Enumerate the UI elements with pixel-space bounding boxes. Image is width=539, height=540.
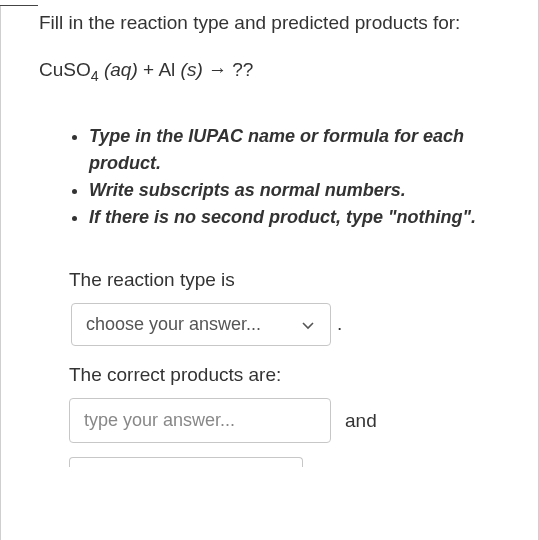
chemical-equation: CuSO4 (aq) + Al (s) → ??	[39, 59, 510, 84]
instruction-list: Type in the IUPAC name or formula for ea…	[89, 123, 500, 231]
compound-2: Al	[158, 59, 180, 80]
reaction-type-label: The reaction type is	[69, 269, 510, 291]
tab-indicator	[0, 0, 38, 6]
product-1-input[interactable]	[69, 398, 331, 443]
state-1: (aq)	[104, 59, 138, 80]
unknown-products: ??	[232, 59, 253, 80]
plus-sign: +	[138, 59, 159, 80]
answer-section: The reaction type is choose your answer.…	[69, 269, 510, 467]
reaction-type-select[interactable]: choose your answer...	[71, 303, 331, 346]
chevron-down-icon	[300, 317, 316, 333]
product-2-input[interactable]	[69, 457, 303, 467]
and-text: and	[345, 410, 377, 432]
product-input-row: and	[69, 398, 510, 443]
question-card: Fill in the reaction type and predicted …	[0, 0, 539, 540]
compound-1: CuSO	[39, 59, 91, 80]
instruction-item: Write subscripts as normal numbers.	[89, 177, 500, 204]
instruction-item: Type in the IUPAC name or formula for ea…	[89, 123, 500, 177]
question-prompt: Fill in the reaction type and predicted …	[39, 10, 510, 37]
period: .	[337, 313, 342, 334]
reaction-arrow: →	[203, 59, 233, 80]
instruction-item: If there is no second product, type "not…	[89, 204, 500, 231]
select-placeholder-text: choose your answer...	[86, 314, 261, 335]
products-label: The correct products are:	[69, 364, 510, 386]
subscript-1: 4	[91, 67, 99, 83]
state-2: (s)	[181, 59, 203, 80]
